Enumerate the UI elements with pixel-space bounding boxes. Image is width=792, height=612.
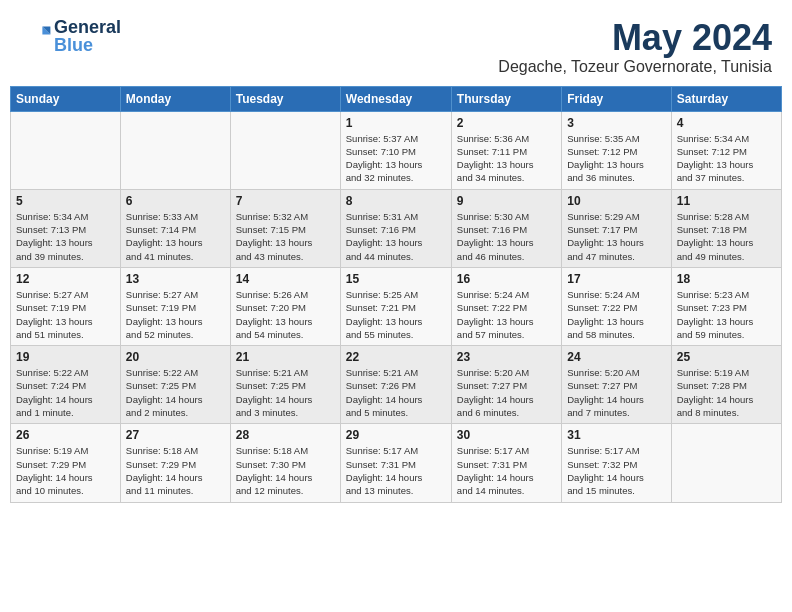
day-info: Sunrise: 5:22 AMSunset: 7:24 PMDaylight:… bbox=[16, 366, 115, 419]
day-number: 5 bbox=[16, 194, 115, 208]
calendar-week-row: 12Sunrise: 5:27 AMSunset: 7:19 PMDayligh… bbox=[11, 267, 782, 345]
calendar-cell: 21Sunrise: 5:21 AMSunset: 7:25 PMDayligh… bbox=[230, 346, 340, 424]
weekday-header-monday: Monday bbox=[120, 86, 230, 111]
day-info: Sunrise: 5:31 AMSunset: 7:16 PMDaylight:… bbox=[346, 210, 446, 263]
calendar-body: 1Sunrise: 5:37 AMSunset: 7:10 PMDaylight… bbox=[11, 111, 782, 502]
day-info: Sunrise: 5:33 AMSunset: 7:14 PMDaylight:… bbox=[126, 210, 225, 263]
day-number: 18 bbox=[677, 272, 776, 286]
logo: General Blue bbox=[20, 18, 121, 54]
day-info: Sunrise: 5:34 AMSunset: 7:12 PMDaylight:… bbox=[677, 132, 776, 185]
calendar-cell: 1Sunrise: 5:37 AMSunset: 7:10 PMDaylight… bbox=[340, 111, 451, 189]
day-number: 16 bbox=[457, 272, 556, 286]
calendar-cell bbox=[11, 111, 121, 189]
day-number: 31 bbox=[567, 428, 665, 442]
calendar-cell bbox=[230, 111, 340, 189]
calendar-header: SundayMondayTuesdayWednesdayThursdayFrid… bbox=[11, 86, 782, 111]
day-info: Sunrise: 5:21 AMSunset: 7:26 PMDaylight:… bbox=[346, 366, 446, 419]
day-number: 20 bbox=[126, 350, 225, 364]
weekday-header-thursday: Thursday bbox=[451, 86, 561, 111]
day-number: 27 bbox=[126, 428, 225, 442]
calendar-cell: 28Sunrise: 5:18 AMSunset: 7:30 PMDayligh… bbox=[230, 424, 340, 502]
calendar-cell: 17Sunrise: 5:24 AMSunset: 7:22 PMDayligh… bbox=[562, 267, 671, 345]
calendar-cell: 7Sunrise: 5:32 AMSunset: 7:15 PMDaylight… bbox=[230, 189, 340, 267]
calendar-cell: 2Sunrise: 5:36 AMSunset: 7:11 PMDaylight… bbox=[451, 111, 561, 189]
day-info: Sunrise: 5:27 AMSunset: 7:19 PMDaylight:… bbox=[126, 288, 225, 341]
day-number: 21 bbox=[236, 350, 335, 364]
weekday-header-saturday: Saturday bbox=[671, 86, 781, 111]
calendar-cell bbox=[671, 424, 781, 502]
logo-text: General Blue bbox=[54, 18, 121, 54]
day-number: 26 bbox=[16, 428, 115, 442]
calendar-cell: 24Sunrise: 5:20 AMSunset: 7:27 PMDayligh… bbox=[562, 346, 671, 424]
calendar-week-row: 5Sunrise: 5:34 AMSunset: 7:13 PMDaylight… bbox=[11, 189, 782, 267]
day-info: Sunrise: 5:19 AMSunset: 7:29 PMDaylight:… bbox=[16, 444, 115, 497]
day-number: 7 bbox=[236, 194, 335, 208]
day-info: Sunrise: 5:37 AMSunset: 7:10 PMDaylight:… bbox=[346, 132, 446, 185]
calendar-cell: 25Sunrise: 5:19 AMSunset: 7:28 PMDayligh… bbox=[671, 346, 781, 424]
day-number: 1 bbox=[346, 116, 446, 130]
day-number: 10 bbox=[567, 194, 665, 208]
day-info: Sunrise: 5:17 AMSunset: 7:31 PMDaylight:… bbox=[346, 444, 446, 497]
day-info: Sunrise: 5:17 AMSunset: 7:32 PMDaylight:… bbox=[567, 444, 665, 497]
calendar-cell: 11Sunrise: 5:28 AMSunset: 7:18 PMDayligh… bbox=[671, 189, 781, 267]
day-number: 28 bbox=[236, 428, 335, 442]
day-number: 17 bbox=[567, 272, 665, 286]
calendar-cell: 16Sunrise: 5:24 AMSunset: 7:22 PMDayligh… bbox=[451, 267, 561, 345]
calendar-cell: 19Sunrise: 5:22 AMSunset: 7:24 PMDayligh… bbox=[11, 346, 121, 424]
day-info: Sunrise: 5:20 AMSunset: 7:27 PMDaylight:… bbox=[457, 366, 556, 419]
day-info: Sunrise: 5:28 AMSunset: 7:18 PMDaylight:… bbox=[677, 210, 776, 263]
day-info: Sunrise: 5:24 AMSunset: 7:22 PMDaylight:… bbox=[567, 288, 665, 341]
title-area: May 2024 Degache, Tozeur Governorate, Tu… bbox=[498, 18, 772, 76]
day-info: Sunrise: 5:27 AMSunset: 7:19 PMDaylight:… bbox=[16, 288, 115, 341]
day-info: Sunrise: 5:30 AMSunset: 7:16 PMDaylight:… bbox=[457, 210, 556, 263]
day-info: Sunrise: 5:22 AMSunset: 7:25 PMDaylight:… bbox=[126, 366, 225, 419]
calendar-week-row: 26Sunrise: 5:19 AMSunset: 7:29 PMDayligh… bbox=[11, 424, 782, 502]
day-info: Sunrise: 5:18 AMSunset: 7:29 PMDaylight:… bbox=[126, 444, 225, 497]
day-number: 3 bbox=[567, 116, 665, 130]
calendar-table: SundayMondayTuesdayWednesdayThursdayFrid… bbox=[10, 86, 782, 503]
day-number: 11 bbox=[677, 194, 776, 208]
calendar-cell: 6Sunrise: 5:33 AMSunset: 7:14 PMDaylight… bbox=[120, 189, 230, 267]
weekday-header-wednesday: Wednesday bbox=[340, 86, 451, 111]
day-info: Sunrise: 5:34 AMSunset: 7:13 PMDaylight:… bbox=[16, 210, 115, 263]
day-number: 25 bbox=[677, 350, 776, 364]
weekday-header-row: SundayMondayTuesdayWednesdayThursdayFrid… bbox=[11, 86, 782, 111]
calendar-cell: 23Sunrise: 5:20 AMSunset: 7:27 PMDayligh… bbox=[451, 346, 561, 424]
day-number: 2 bbox=[457, 116, 556, 130]
calendar-cell: 13Sunrise: 5:27 AMSunset: 7:19 PMDayligh… bbox=[120, 267, 230, 345]
day-number: 14 bbox=[236, 272, 335, 286]
day-number: 15 bbox=[346, 272, 446, 286]
day-number: 24 bbox=[567, 350, 665, 364]
day-number: 30 bbox=[457, 428, 556, 442]
calendar-cell: 27Sunrise: 5:18 AMSunset: 7:29 PMDayligh… bbox=[120, 424, 230, 502]
logo-icon bbox=[20, 20, 52, 52]
day-number: 9 bbox=[457, 194, 556, 208]
weekday-header-friday: Friday bbox=[562, 86, 671, 111]
day-info: Sunrise: 5:17 AMSunset: 7:31 PMDaylight:… bbox=[457, 444, 556, 497]
day-info: Sunrise: 5:35 AMSunset: 7:12 PMDaylight:… bbox=[567, 132, 665, 185]
day-info: Sunrise: 5:26 AMSunset: 7:20 PMDaylight:… bbox=[236, 288, 335, 341]
calendar-cell: 8Sunrise: 5:31 AMSunset: 7:16 PMDaylight… bbox=[340, 189, 451, 267]
day-number: 23 bbox=[457, 350, 556, 364]
day-info: Sunrise: 5:19 AMSunset: 7:28 PMDaylight:… bbox=[677, 366, 776, 419]
calendar-week-row: 1Sunrise: 5:37 AMSunset: 7:10 PMDaylight… bbox=[11, 111, 782, 189]
day-number: 4 bbox=[677, 116, 776, 130]
calendar-cell: 4Sunrise: 5:34 AMSunset: 7:12 PMDaylight… bbox=[671, 111, 781, 189]
day-info: Sunrise: 5:29 AMSunset: 7:17 PMDaylight:… bbox=[567, 210, 665, 263]
calendar-cell: 9Sunrise: 5:30 AMSunset: 7:16 PMDaylight… bbox=[451, 189, 561, 267]
month-year-title: May 2024 bbox=[498, 18, 772, 58]
day-info: Sunrise: 5:24 AMSunset: 7:22 PMDaylight:… bbox=[457, 288, 556, 341]
day-number: 8 bbox=[346, 194, 446, 208]
calendar-cell: 3Sunrise: 5:35 AMSunset: 7:12 PMDaylight… bbox=[562, 111, 671, 189]
day-number: 29 bbox=[346, 428, 446, 442]
calendar-cell: 5Sunrise: 5:34 AMSunset: 7:13 PMDaylight… bbox=[11, 189, 121, 267]
location-subtitle: Degache, Tozeur Governorate, Tunisia bbox=[498, 58, 772, 76]
calendar-cell: 20Sunrise: 5:22 AMSunset: 7:25 PMDayligh… bbox=[120, 346, 230, 424]
day-number: 13 bbox=[126, 272, 225, 286]
calendar-cell: 30Sunrise: 5:17 AMSunset: 7:31 PMDayligh… bbox=[451, 424, 561, 502]
day-info: Sunrise: 5:21 AMSunset: 7:25 PMDaylight:… bbox=[236, 366, 335, 419]
calendar-cell: 18Sunrise: 5:23 AMSunset: 7:23 PMDayligh… bbox=[671, 267, 781, 345]
calendar-cell: 14Sunrise: 5:26 AMSunset: 7:20 PMDayligh… bbox=[230, 267, 340, 345]
calendar-cell: 15Sunrise: 5:25 AMSunset: 7:21 PMDayligh… bbox=[340, 267, 451, 345]
day-info: Sunrise: 5:25 AMSunset: 7:21 PMDaylight:… bbox=[346, 288, 446, 341]
